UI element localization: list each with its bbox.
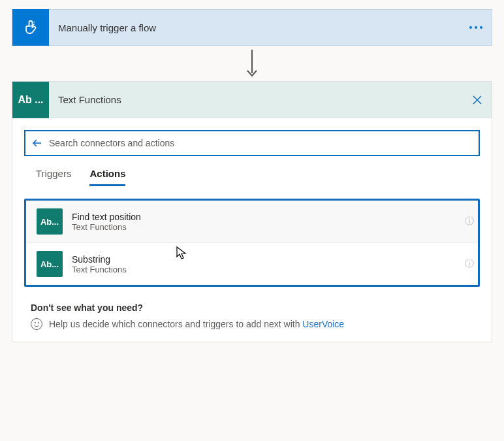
trigger-title: Manually trigger a flow (58, 22, 156, 33)
action-row-substring[interactable]: Ab... Substring Text Functions ⓘ (26, 242, 478, 285)
help-title: Don't see what you need? (31, 302, 480, 313)
action-row-find-text-position[interactable]: Ab... Find text position Text Functions … (26, 201, 478, 242)
icon-label: Ab... (40, 259, 59, 269)
text-functions-icon: Ab ... (12, 82, 49, 118)
info-icon[interactable]: ⓘ (465, 258, 474, 270)
help-text: Help us decide which connectors and trig… (49, 319, 302, 329)
search-input[interactable] (49, 138, 472, 148)
more-menu-button[interactable] (469, 26, 482, 29)
action-subtitle: Text Functions (72, 265, 127, 274)
icon-label: Ab ... (18, 94, 43, 106)
tab-bar: Triggers Actions (24, 168, 480, 187)
info-icon[interactable]: ⓘ (465, 216, 474, 227)
action-card-title: Text Functions (58, 94, 121, 105)
actions-list: Ab... Find text position Text Functions … (24, 199, 480, 287)
close-button[interactable] (472, 95, 482, 105)
svg-point-0 (27, 19, 35, 26)
tab-triggers[interactable]: Triggers (36, 168, 71, 186)
help-section: Don't see what you need? Help us decide … (24, 302, 480, 330)
uservoice-link[interactable]: UserVoice (302, 319, 344, 329)
back-arrow-icon[interactable] (32, 138, 42, 148)
action-header[interactable]: Ab ... Text Functions (12, 82, 492, 118)
search-bar[interactable] (24, 130, 480, 156)
action-title: Find text position (72, 212, 141, 222)
smile-icon (31, 318, 42, 330)
flow-arrow-icon (12, 50, 492, 80)
tab-actions[interactable]: Actions (89, 168, 125, 186)
action-subtitle: Text Functions (72, 222, 141, 232)
trigger-card[interactable]: Manually trigger a flow (12, 9, 492, 46)
action-title: Substring (72, 254, 127, 265)
manual-trigger-icon (12, 9, 49, 46)
text-functions-icon: Ab... (37, 251, 63, 277)
action-card: Ab ... Text Functions Trigger (12, 81, 492, 342)
icon-label: Ab... (40, 217, 59, 227)
text-functions-icon: Ab... (37, 208, 63, 235)
